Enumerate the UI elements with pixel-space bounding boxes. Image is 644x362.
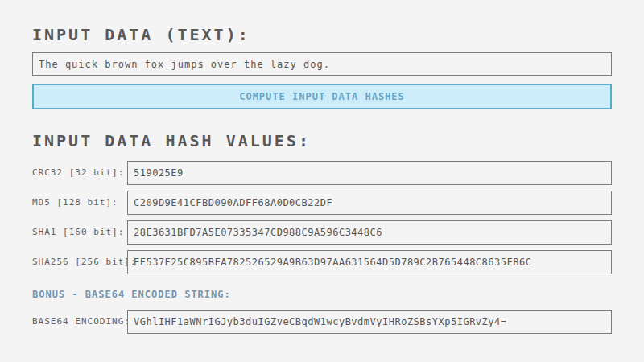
hash-row-md5: MD5 [128 bit]: C209D9E41CFBD090ADFF68A0D… bbox=[0, 191, 644, 215]
hash-tool-page: INPUT DATA (TEXT): COMPUTE INPUT DATA HA… bbox=[0, 0, 644, 362]
base64-value-field[interactable]: VGhlIHF1aWNrIGJyb3duIGZveCBqdW1wcyBvdmVy… bbox=[127, 310, 612, 334]
compute-hashes-button[interactable]: COMPUTE INPUT DATA HASHES bbox=[32, 84, 612, 109]
md5-value-field[interactable]: C209D9E41CFBD090ADFF68A0D0CB22DF bbox=[127, 191, 612, 215]
sha256-value-field[interactable]: EF537F25C895BFA782526529A9B63D97AA631564… bbox=[127, 250, 612, 274]
hash-row-sha256: SHA256 [256 bit]: EF537F25C895BFA7825265… bbox=[0, 250, 644, 274]
crc32-label: CRC32 [32 bit]: bbox=[32, 161, 124, 185]
hash-row-sha1: SHA1 [160 bit]: 28E3631BFD7A5E07335347CD… bbox=[0, 220, 644, 245]
input-data-text-field[interactable] bbox=[32, 52, 612, 76]
hash-values-title: INPUT DATA HASH VALUES: bbox=[32, 131, 311, 150]
input-data-title: INPUT DATA (TEXT): bbox=[32, 25, 250, 44]
hash-row-crc32: CRC32 [32 bit]: 519025E9 bbox=[0, 161, 644, 185]
crc32-value-field[interactable]: 519025E9 bbox=[127, 161, 612, 185]
hash-row-base64: BASE64 ENCODING: VGhlIHF1aWNrIGJyb3duIGZ… bbox=[0, 310, 644, 334]
sha1-value-field[interactable]: 28E3631BFD7A5E07335347CD988C9A596C3448C6 bbox=[127, 220, 612, 245]
sha256-label: SHA256 [256 bit]: bbox=[32, 250, 137, 274]
sha1-label: SHA1 [160 bit]: bbox=[32, 220, 124, 245]
bonus-base64-title: BONUS - BASE64 ENCODED STRING: bbox=[32, 289, 231, 300]
base64-label: BASE64 ENCODING: bbox=[32, 310, 130, 334]
md5-label: MD5 [128 bit]: bbox=[32, 191, 118, 215]
